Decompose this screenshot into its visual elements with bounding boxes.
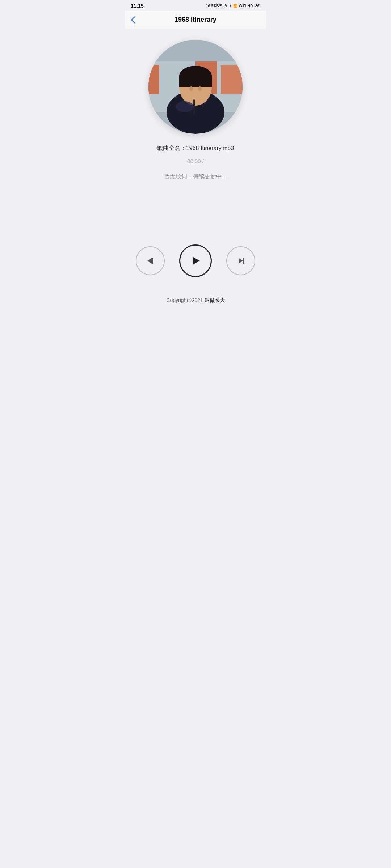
status-icons: 16.6 KB/S ⏱ ✳ 📶 WiFi HD [86] bbox=[206, 4, 260, 8]
signal-icon: 📶 bbox=[233, 4, 237, 8]
play-icon bbox=[189, 254, 202, 267]
battery-icon: [86] bbox=[254, 4, 260, 8]
network-speed-label: 16.6 KB/S bbox=[206, 4, 222, 8]
app-name: 叫做长大 bbox=[205, 297, 225, 303]
copyright-text: Copyright©2021 bbox=[166, 297, 204, 303]
svg-point-10 bbox=[189, 86, 193, 91]
lyrics-placeholder-text: 暂无歌词，持续更新中... bbox=[164, 173, 227, 179]
svg-rect-4 bbox=[148, 65, 159, 94]
back-button[interactable] bbox=[131, 16, 136, 24]
next-icon bbox=[235, 255, 247, 267]
lyrics-area: 暂无歌词，持续更新中... bbox=[164, 173, 227, 219]
page-title: 1968 Itinerary bbox=[175, 16, 216, 24]
svg-rect-16 bbox=[152, 258, 153, 264]
song-full-name: 歌曲全名：1968 Itinerary.mp3 bbox=[157, 145, 234, 151]
status-time: 11:15 bbox=[131, 3, 144, 9]
album-art-svg bbox=[148, 40, 243, 134]
back-chevron-icon bbox=[131, 16, 136, 24]
hd-icon: HD bbox=[248, 4, 253, 8]
album-art bbox=[148, 40, 243, 134]
svg-marker-17 bbox=[193, 257, 200, 264]
time-display: 00:00 / bbox=[187, 158, 204, 164]
svg-rect-3 bbox=[221, 65, 243, 94]
svg-rect-9 bbox=[179, 76, 212, 87]
player-controls bbox=[132, 234, 259, 284]
svg-point-14 bbox=[176, 101, 194, 112]
top-bar: 1968 Itinerary bbox=[125, 11, 266, 29]
previous-icon bbox=[144, 255, 156, 267]
footer: Copyright©2021 叫做长大 bbox=[125, 292, 266, 311]
status-bar: 11:15 16.6 KB/S ⏱ ✳ 📶 WiFi HD [86] bbox=[125, 0, 266, 11]
song-info: 歌曲全名：1968 Itinerary.mp3 bbox=[157, 145, 234, 152]
wifi-icon: WiFi bbox=[239, 4, 246, 8]
main-content: 歌曲全名：1968 Itinerary.mp3 00:00 / 暂无歌词，持续更… bbox=[125, 29, 266, 292]
play-button[interactable] bbox=[179, 244, 212, 277]
svg-marker-18 bbox=[239, 258, 243, 264]
svg-marker-15 bbox=[147, 258, 152, 264]
svg-point-11 bbox=[198, 86, 202, 91]
song-name-label: 歌曲全名： bbox=[157, 145, 186, 151]
bluetooth-icon: ✳ bbox=[229, 4, 232, 8]
svg-point-12 bbox=[188, 93, 203, 103]
svg-rect-19 bbox=[243, 258, 244, 264]
previous-button[interactable] bbox=[136, 246, 165, 275]
song-file-name: 1968 Itinerary.mp3 bbox=[186, 145, 234, 151]
clock-icon: ⏱ bbox=[224, 4, 227, 8]
next-button[interactable] bbox=[226, 246, 255, 275]
